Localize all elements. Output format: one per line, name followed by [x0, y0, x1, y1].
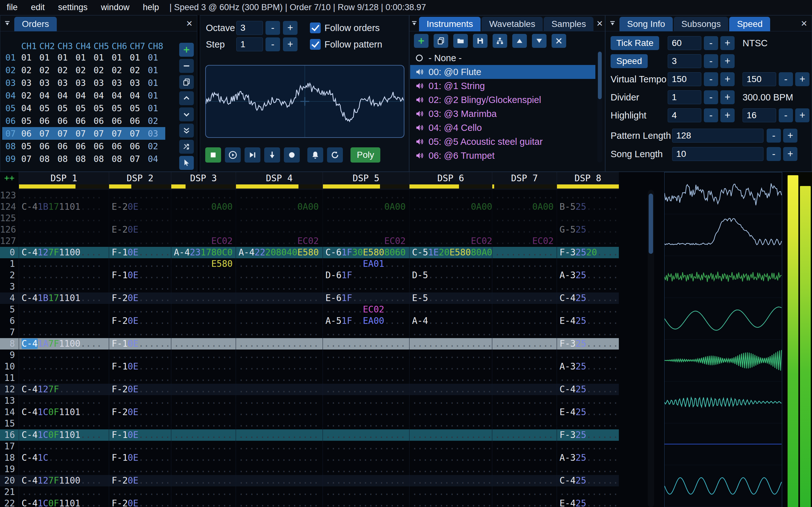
order-cell[interactable]: 02: [75, 65, 93, 75]
pattern-cell[interactable]: ...............: [236, 361, 322, 372]
pattern-cell[interactable]: ...........EC02: [322, 235, 409, 247]
pattern-cell[interactable]: ...............: [409, 475, 492, 487]
speed-input[interactable]: 3: [668, 54, 701, 68]
pattern-cell[interactable]: ...............: [409, 224, 492, 235]
pattern-cell[interactable]: ...............: [322, 475, 409, 487]
order-cell[interactable]: 01: [147, 65, 165, 75]
pattern-cell[interactable]: C-4127F1100....: [19, 247, 109, 258]
order-cell[interactable]: 03: [20, 78, 39, 88]
tick-rate-decrease-button[interactable]: -: [704, 36, 718, 50]
pattern-cell[interactable]: ...........: [557, 395, 619, 406]
order-cell[interactable]: 08: [111, 154, 129, 164]
channel-header-7[interactable]: DSP 7: [492, 172, 557, 190]
pattern-cell[interactable]: ...............: [236, 498, 322, 507]
pattern-cell[interactable]: ...........: [557, 441, 619, 452]
order-cell[interactable]: 03: [129, 78, 147, 88]
order-cell[interactable]: 06: [93, 141, 111, 151]
pattern-cell[interactable]: F-20E......: [109, 406, 171, 418]
pattern-cell[interactable]: C-51E20E58080A0: [409, 247, 492, 258]
pattern-cell[interactable]: ...............: [409, 361, 492, 372]
pattern-cell[interactable]: ...............: [322, 213, 409, 224]
pattern-cell[interactable]: ...........: [171, 406, 236, 418]
order-cell[interactable]: 06: [39, 116, 57, 126]
order-cell[interactable]: 05: [20, 116, 39, 126]
pattern-cell[interactable]: ...............: [322, 441, 409, 452]
menu-window[interactable]: window: [94, 0, 136, 15]
order-cell[interactable]: 01: [129, 53, 147, 62]
pattern-cell[interactable]: ...............: [19, 258, 109, 270]
order-cell[interactable]: 02: [20, 91, 39, 101]
song-length-decrease-button[interactable]: -: [767, 147, 781, 161]
pattern-cell[interactable]: ...............: [236, 270, 322, 281]
tab-orders[interactable]: Orders: [14, 17, 57, 32]
order-cell[interactable]: 07: [111, 129, 129, 138]
instrument-item-3[interactable]: 02: @2 Blingy/Glockenspiel: [410, 93, 595, 107]
pattern-cell[interactable]: ...............: [409, 429, 492, 441]
order-cell[interactable]: 04: [20, 103, 39, 113]
scrollbar-handle[interactable]: [598, 52, 602, 99]
pattern-cell[interactable]: F-10E......: [109, 247, 171, 258]
pattern-cell[interactable]: F-10E......: [109, 429, 171, 441]
pattern-cell[interactable]: ...........EC02: [409, 235, 492, 247]
octave-increase-button[interactable]: +: [283, 21, 298, 35]
pattern-cell[interactable]: ...........: [171, 372, 236, 384]
pattern-cell[interactable]: ...............: [322, 224, 409, 235]
pattern-cell[interactable]: ...............: [236, 213, 322, 224]
pattern-cell[interactable]: C-41C..........: [19, 452, 109, 464]
pattern-cell[interactable]: ...........: [492, 338, 557, 349]
order-cell[interactable]: 07: [57, 129, 75, 138]
repeat-pattern-button[interactable]: [327, 147, 343, 163]
pattern-cell[interactable]: .......E580: [171, 258, 236, 270]
instruments-scrollbar[interactable]: [597, 51, 602, 163]
pattern-cell[interactable]: ...........: [492, 372, 557, 384]
order-cell[interactable]: 01: [147, 53, 165, 62]
pattern-cell[interactable]: F-325......: [557, 429, 619, 441]
order-cell[interactable]: 01: [147, 78, 165, 88]
order-cell[interactable]: 01: [147, 103, 165, 113]
stop-button[interactable]: [205, 147, 221, 163]
speed-button[interactable]: Speed: [611, 54, 648, 68]
virtual-tempo-denominator-input[interactable]: 150: [743, 72, 776, 86]
pattern-cell[interactable]: ...........: [109, 190, 171, 201]
pattern-cell[interactable]: ...........: [557, 418, 619, 429]
pattern-cell[interactable]: F-20E......: [109, 315, 171, 327]
channel-header-4[interactable]: DSP 4: [236, 172, 322, 190]
pattern-cell[interactable]: ...............: [409, 406, 492, 418]
order-cell[interactable]: 03: [93, 78, 111, 88]
order-cell[interactable]: 06: [75, 116, 93, 126]
save-instrument-button[interactable]: [473, 34, 488, 48]
order-cell[interactable]: 06: [57, 116, 75, 126]
pattern-cell[interactable]: ...............: [409, 372, 492, 384]
follow-pattern-checkbox[interactable]: [310, 39, 321, 50]
follow-orders-checkbox[interactable]: [310, 22, 321, 33]
pattern-cell[interactable]: ...............: [322, 395, 409, 406]
virtual-tempo-numerator-increase-button[interactable]: +: [720, 72, 734, 86]
channel-header-1[interactable]: DSP 1: [19, 172, 109, 190]
pattern-cell[interactable]: ...........: [109, 395, 171, 406]
highlight-first-decrease-button[interactable]: -: [704, 108, 718, 122]
pattern-cell[interactable]: .......EC02....: [322, 304, 409, 315]
song-length-input[interactable]: 10: [672, 147, 763, 161]
order-cell[interactable]: 07: [93, 129, 111, 138]
pattern-cell[interactable]: ...........: [171, 281, 236, 292]
pattern-cell[interactable]: C-41B171101....: [19, 201, 109, 213]
instrument-item-7[interactable]: 06: @6 Trumpet: [410, 149, 595, 163]
order-cell[interactable]: 05: [75, 103, 93, 113]
pattern-cell[interactable]: ...........: [171, 224, 236, 235]
order-cell[interactable]: 07: [20, 154, 39, 164]
pattern-cell[interactable]: ...............: [236, 475, 322, 487]
pattern-cell[interactable]: ...............: [19, 372, 109, 384]
pattern-cell[interactable]: ...........: [171, 464, 236, 475]
pattern-cell[interactable]: ...........: [557, 464, 619, 475]
pattern-cell[interactable]: ...............: [236, 190, 322, 201]
pattern-cell[interactable]: ...........EC02: [236, 235, 322, 247]
highlight-first-input[interactable]: 4: [668, 108, 701, 122]
pattern-cell[interactable]: ...............: [322, 452, 409, 464]
pattern-cell[interactable]: G-525......: [557, 224, 619, 235]
channel-header-6[interactable]: DSP 6: [409, 172, 492, 190]
pattern-cell[interactable]: ...............: [322, 384, 409, 395]
pattern-cell[interactable]: ...........: [557, 304, 619, 315]
order-cell[interactable]: 04: [129, 91, 147, 101]
pattern-cell[interactable]: ...............: [236, 384, 322, 395]
instrument-item-2[interactable]: 01: @1 String: [410, 79, 595, 93]
